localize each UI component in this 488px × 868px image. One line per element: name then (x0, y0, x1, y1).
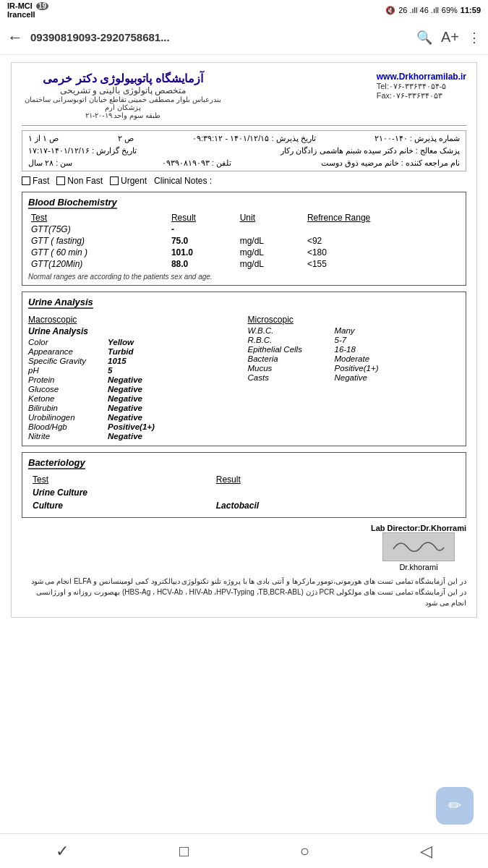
page-info2: ص ۲ (118, 134, 134, 143)
bact-result: Lactobacil (213, 500, 458, 511)
macro-value-item: 1015 (108, 357, 127, 365)
nav-triangle-button[interactable]: ◁ (420, 842, 432, 861)
macro-label-item: Bilirubin (28, 404, 108, 412)
micro-label-item: Epithelial Cells (248, 345, 335, 354)
list-item: Specific Gravity 1015 (28, 357, 241, 365)
nav-icons: 🔍 A+ ⋮ (416, 29, 481, 46)
bact-table: Test Result Urine Culture Culture Lactob… (28, 472, 460, 513)
macro-label-item: Nitrite (28, 432, 108, 441)
fax: Fax:۰۷۶-۳۳۶۳۴۰۵۳ (377, 91, 466, 101)
carrier2: Irancell (7, 10, 35, 19)
footer-line2: در این آزمایشگاه تمامی تست های مولکولی P… (22, 587, 466, 608)
table-row: Urine Culture (30, 487, 458, 498)
status-bar: IR-MCI 19 Irancell 🔇 26 .ıll 46 .ıll 69%… (0, 0, 488, 20)
macro-label-item: Urobilinogen (28, 413, 108, 422)
nav-back-button[interactable]: ✓ (56, 842, 69, 861)
nav-bar: ← 09390819093-2920758681... 🔍 A+ ⋮ (0, 20, 488, 55)
patient-name: نام مراجعه کننده : خانم مرضیه ذوق دوست (321, 158, 460, 168)
list-item: Protein Negative (28, 375, 241, 384)
lab-floor: طبقه سوم واحد ۱۹-۲۰-۲۱ (22, 111, 224, 119)
macro-label-item: Blood/Hgb (28, 422, 108, 431)
doctor-name: Dr.khorami (371, 563, 466, 571)
bact-col-result: Result (213, 474, 458, 485)
macro-value-item: Negative (108, 432, 142, 441)
signature-area: Lab Director:Dr.Khorrami Dr.khorami (22, 524, 466, 571)
micro-value-item: Positive(1+) (335, 364, 379, 373)
back-button[interactable]: ← (7, 28, 23, 47)
list-item: pH 5 (28, 366, 241, 375)
footer-notes: در این آزمایشگاه تمامی تست های هورمونی،ت… (22, 576, 466, 608)
time: 11:59 (461, 6, 481, 14)
macro-label-item: Specific Gravity (28, 357, 108, 365)
fab-button[interactable]: ✏ (436, 787, 474, 825)
fab-icon: ✏ (448, 796, 461, 815)
bb-ref: <155 (304, 258, 460, 270)
micro-label-item: Bacteria (248, 354, 335, 363)
list-item: Ketone Negative (28, 394, 241, 403)
macro-value-item: Negative (108, 394, 142, 403)
fast-label: Fast (33, 176, 49, 186)
macro-value-item: 5 (108, 366, 112, 375)
macro-subtitle: Urine Analysis (28, 326, 241, 336)
bact-test: Culture (30, 500, 212, 511)
list-item: Nitrite Negative (28, 432, 241, 441)
list-item: W.B.C. Many (248, 326, 461, 335)
list-item: Bacteria Moderate (248, 354, 461, 363)
table-row: GTT ( 60 min ) 101.0 mg/dL <180 (28, 247, 460, 258)
table-row: GTT ( fasting) 75.0 mg/dL <92 (28, 235, 460, 247)
bb-unit: mg/dL (237, 258, 304, 270)
nav-circle-button[interactable]: ○ (300, 842, 309, 861)
urgent-checkbox[interactable] (110, 176, 119, 185)
bacteriology-section: Bacteriology Test Result Urine Culture C… (22, 452, 466, 518)
blood-biochemistry-section: Blood Biochemistry Test Result Unit Refr… (22, 192, 466, 286)
bb-ref: <92 (304, 235, 460, 247)
micro-label-item: W.B.C. (248, 326, 335, 335)
bacteriology-title: Bacteriology (28, 457, 85, 469)
macroscopic-col: Macroscopic Urine Analysis Color Yellow … (28, 315, 241, 441)
mute-icon: 🔇 (385, 6, 395, 15)
nonfast-checkbox[interactable] (56, 176, 65, 185)
status-icons: 🔇 26 .ıll 46 .ıll 69% 11:59 (385, 6, 481, 15)
normal-ranges-note: Normal ranges are according to the patie… (28, 273, 460, 281)
patient-age: سن : ۲۸ سال (28, 158, 72, 168)
bb-result: 101.0 (168, 247, 237, 258)
bb-ref: <180 (304, 247, 460, 258)
more-options-icon[interactable]: ⋮ (468, 30, 481, 46)
nonffast-option: Non Fast (56, 176, 103, 186)
bact-col-test: Test (30, 474, 212, 485)
signature-box: Lab Director:Dr.Khorrami Dr.khorami (371, 524, 466, 571)
micro-label-item: Casts (248, 373, 335, 382)
list-item: Epithelial Cells 16-18 (248, 345, 461, 354)
macro-value-item: Positive(1+) (108, 422, 155, 431)
search-icon[interactable]: 🔍 (416, 30, 432, 46)
patient-info-box: شماره پذیرش : ۱۴۰-۲۱۰۰ تاریخ پذیرش : ۱۴۰… (22, 130, 466, 171)
macro-value-item: Negative (108, 385, 142, 393)
micro-label-item: Mucus (248, 364, 335, 373)
fast-checkbox[interactable] (22, 176, 30, 185)
signature-svg (390, 535, 448, 560)
lab-title: آزمایشگاه پاتوبیولوژی دکتر خرمی (22, 72, 224, 85)
urine-analysis-title: Urine Analysis (28, 297, 93, 309)
patient-tel: تلفن : ۰۹۳۹۰۸۱۹۰۹۳ (162, 158, 231, 168)
list-item: Appearance Turbid (28, 347, 241, 356)
nav-home-button[interactable]: □ (179, 842, 189, 861)
macro-rows-container: Color Yellow Appearance Turbid Specific … (28, 338, 241, 441)
micro-value-item: Many (335, 326, 355, 335)
lab-director-label: Lab Director:Dr.Khorrami (371, 524, 466, 532)
bact-subsection: Urine Culture (30, 487, 458, 498)
bb-unit: mg/dL (237, 235, 304, 247)
clinical-notes-label: Clinical Notes : (154, 176, 212, 186)
header-contact: www.Drkhorramilab.ir Tel:۰۷۶-۳۳۶۳۴۰۵۴-۵ … (377, 72, 466, 101)
micro-value-item: Moderate (335, 354, 370, 363)
micro-rows-container: W.B.C. Many R.B.C. 5-7 Epithelial Cells … (248, 326, 461, 382)
table-row: GTT(75G) - (28, 224, 460, 235)
header-title: آزمایشگاه پاتوبیولوژی دکتر خرمی متخصص پا… (22, 72, 224, 119)
list-item: Mucus Positive(1+) (248, 364, 461, 373)
macro-label-item: Appearance (28, 347, 108, 356)
add-icon[interactable]: A+ (441, 29, 459, 46)
battery-icon: 69% (442, 6, 458, 14)
nonfast-label: Non Fast (67, 176, 103, 186)
list-item: Color Yellow (28, 338, 241, 346)
list-item: Urobilinogen Negative (28, 413, 241, 422)
macro-label-item: Ketone (28, 394, 108, 403)
